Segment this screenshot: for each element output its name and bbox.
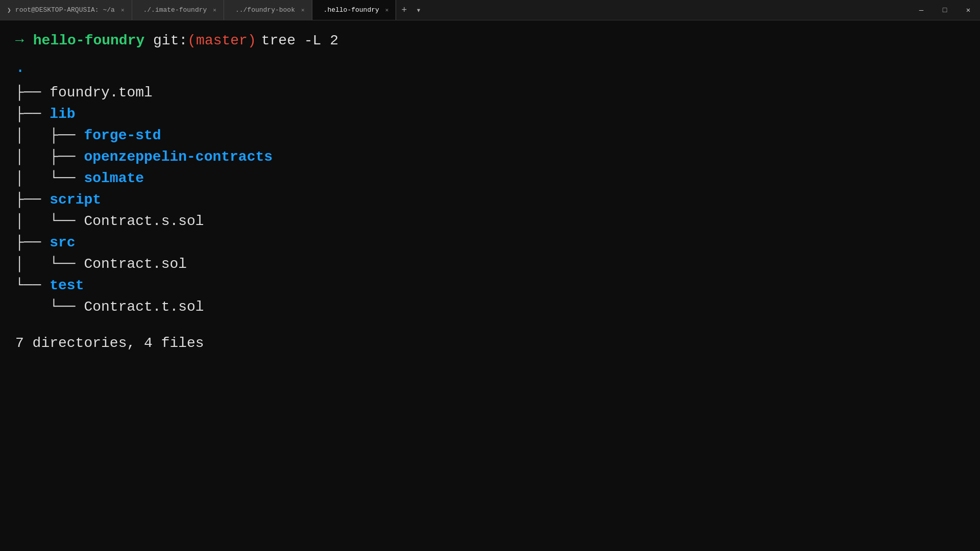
- tab-2-label: ./.imate-foundry: [143, 6, 207, 14]
- tree-item-openzeppelin: openzeppelin-contracts: [84, 146, 273, 168]
- tree-item-src: src: [50, 232, 75, 254]
- prompt-branch-name: master: [196, 31, 248, 51]
- tab-bar: ❯ root@DESKTOP-ARQUSIA: ~/a ✕ ./.imate-f…: [0, 0, 910, 20]
- tree-connector-forge-std: │ ├──: [15, 125, 84, 146]
- tab-2[interactable]: ./.imate-foundry ✕: [132, 0, 224, 20]
- tree-line-test: └── test: [15, 275, 965, 296]
- summary-text: 7 directories, 4 files: [15, 335, 204, 351]
- tree-connector-script: ├──: [15, 189, 50, 211]
- tab-4[interactable]: .hello-foundry ✕: [312, 0, 397, 20]
- tree-connector-contract-t-sol: └──: [15, 296, 84, 318]
- tree-item-solmate: solmate: [84, 168, 144, 189]
- prompt-git-word: git:: [153, 31, 187, 51]
- tree-item-foundry-toml: foundry.toml: [50, 82, 153, 104]
- tree-output: . ├── foundry.toml ├── lib │ ├── forge-s…: [15, 56, 965, 318]
- tree-root-symbol: .: [15, 56, 25, 80]
- tree-root-line: .: [15, 56, 965, 82]
- tab-3-close[interactable]: ✕: [301, 7, 305, 13]
- tree-item-forge-std: forge-std: [84, 125, 161, 146]
- tree-line-contract-sol: │ └── Contract.sol: [15, 254, 965, 275]
- prompt-line: → hello-foundry git: ( master ) tree -L …: [15, 31, 965, 51]
- tab-3-label: ../foundry-book: [235, 6, 295, 14]
- tab-1-label: root@DESKTOP-ARQUSIA: ~/a: [15, 6, 115, 14]
- tree-line-src: ├── src: [15, 232, 965, 254]
- tab-3[interactable]: ../foundry-book ✕: [224, 0, 312, 20]
- tab-2-close[interactable]: ✕: [213, 7, 216, 13]
- tree-connector-foundry-toml: ├──: [15, 82, 50, 104]
- tree-line-lib: ├── lib: [15, 104, 965, 125]
- prompt-arrow: →: [15, 31, 24, 51]
- terminal-window: → hello-foundry git: ( master ) tree -L …: [0, 20, 980, 551]
- new-tab-button[interactable]: +: [396, 0, 412, 20]
- tab-4-close[interactable]: ✕: [385, 7, 389, 13]
- tree-line-forge-std: │ ├── forge-std: [15, 125, 965, 146]
- browser-titlebar: ❯ root@DESKTOP-ARQUSIA: ~/a ✕ ./.imate-f…: [0, 0, 980, 20]
- tree-connector-contract-sol: │ └──: [15, 254, 84, 275]
- tree-item-contract-s-sol: Contract.s.sol: [84, 211, 204, 232]
- prompt-directory: hello-foundry: [33, 31, 144, 51]
- tree-connector-openzeppelin: │ ├──: [15, 146, 84, 168]
- tree-connector-src: ├──: [15, 232, 50, 254]
- window-controls: — □ ✕: [910, 0, 980, 20]
- tree-line-openzeppelin: │ ├── openzeppelin-contracts: [15, 146, 965, 168]
- tree-connector-solmate: │ └──: [15, 168, 84, 189]
- minimize-button[interactable]: —: [910, 0, 933, 20]
- close-button[interactable]: ✕: [957, 0, 980, 20]
- tree-line-contract-s-sol: │ └── Contract.s.sol: [15, 211, 965, 232]
- maximize-button[interactable]: □: [933, 0, 957, 20]
- tree-item-contract-sol: Contract.sol: [84, 254, 187, 275]
- tree-line-contract-t-sol: └── Contract.t.sol: [15, 296, 965, 318]
- tab-1-icon: ❯: [7, 6, 11, 14]
- tab-dropdown-button[interactable]: ▾: [412, 0, 425, 20]
- prompt-command: tree -L 2: [261, 31, 338, 51]
- prompt-branch-open: (: [187, 31, 196, 51]
- tree-item-script: script: [50, 189, 101, 211]
- tree-item-contract-t-sol: Contract.t.sol: [84, 296, 204, 318]
- prompt-branch-close: ): [248, 31, 256, 51]
- tree-connector-test: └──: [15, 275, 50, 296]
- tree-item-test: test: [50, 275, 84, 296]
- summary-line: 7 directories, 4 files: [15, 333, 965, 353]
- tab-1-close[interactable]: ✕: [121, 7, 125, 13]
- tree-line-solmate: │ └── solmate: [15, 168, 965, 189]
- tree-line-script: ├── script: [15, 189, 965, 211]
- prompt-git-label: [144, 31, 153, 51]
- tab-1[interactable]: ❯ root@DESKTOP-ARQUSIA: ~/a ✕: [0, 0, 132, 20]
- tree-connector-lib: ├──: [15, 104, 50, 125]
- tree-connector-contract-s-sol: │ └──: [15, 211, 84, 232]
- tab-4-label: .hello-foundry: [324, 6, 379, 14]
- tree-line-foundry-toml: ├── foundry.toml: [15, 82, 965, 104]
- tree-item-lib: lib: [50, 104, 75, 125]
